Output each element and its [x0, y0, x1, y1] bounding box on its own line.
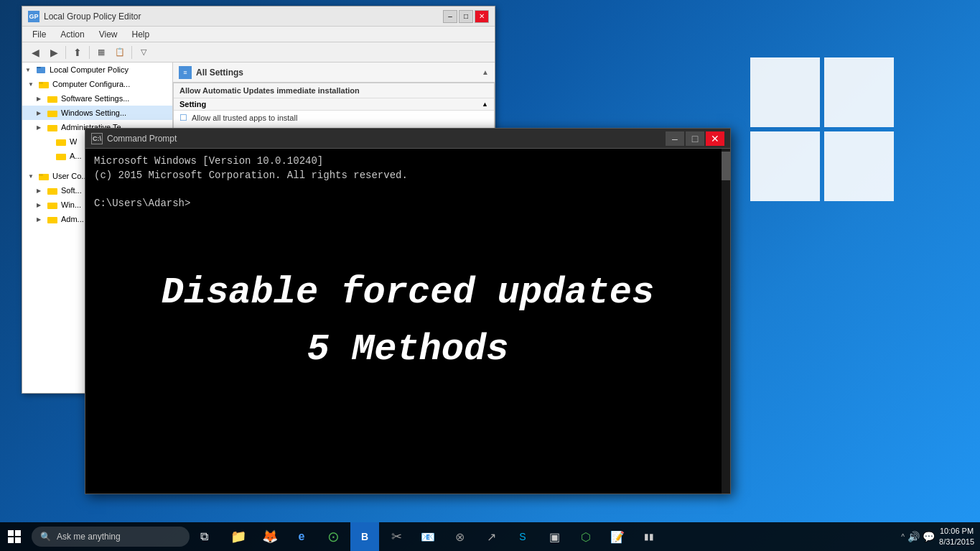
menu-file[interactable]: File [25, 28, 53, 41]
cmd-title-text: Command Prompt [107, 134, 666, 144]
tree-windows-setting-label: Windows Setting... [61, 108, 126, 117]
toolbar-separator-3 [131, 46, 132, 59]
tree-software-settings[interactable]: ▶ Software Settings... [22, 91, 172, 106]
settings-item-1-icon: ☐ [179, 113, 187, 123]
system-tray-icons: ^ 🔊 💬 [901, 531, 935, 542]
computer-config-icon [38, 78, 50, 90]
tree-computer-config-label: Computer Configura... [52, 80, 130, 88]
time-display: 10:06 PM [940, 526, 974, 537]
menu-action[interactable]: Action [53, 28, 91, 41]
tree-computer-config[interactable]: ▼ Computer Configura... [22, 77, 172, 91]
tree-sub2-label: A... [70, 152, 82, 160]
software-arrow: ▶ [37, 96, 45, 102]
taskbar: 🔍 Ask me anything ⧉ 📁 🦊 e ⊙ B ✂ 📧 ⊗ ↗ S … [0, 522, 980, 551]
desktop-background: GP Local Group Policy Editor – □ ✕ File … [0, 0, 980, 551]
scissors-icon[interactable]: ✂ [382, 522, 411, 551]
search-placeholder: Ask me anything [57, 532, 121, 542]
settings-item-1[interactable]: ☐ Allow all trusted apps to install [174, 111, 494, 125]
microphone-icon: 🔍 [40, 532, 51, 542]
tree-sub1-label: W [70, 137, 77, 146]
root-arrow: ▼ [25, 67, 34, 73]
notes-icon[interactable]: 📝 [603, 522, 632, 551]
app-b-icon[interactable]: B [350, 522, 379, 551]
show-hide-button[interactable]: ▦ [93, 45, 110, 60]
menu-bar: File Action View Help [22, 27, 495, 42]
cmd-minimize-button[interactable]: – [666, 131, 684, 146]
cmd-line-2: (c) 2015 Microsoft Corporation. All righ… [94, 169, 722, 183]
maximize-button[interactable]: □ [459, 10, 473, 23]
cmd-maximize-button[interactable]: □ [686, 131, 704, 146]
app-ring-icon[interactable]: ⊗ [445, 522, 474, 551]
computer-config-arrow: ▼ [28, 81, 37, 88]
start-button[interactable] [0, 522, 29, 551]
overlay-line2: 5 Methods [162, 328, 655, 371]
tree-windows-setting[interactable]: ▶ Windows Setting... [22, 106, 172, 120]
cmd-titlebar: C:\ Command Prompt – □ ✕ [85, 129, 730, 149]
cmd-scrollbar[interactable] [722, 149, 730, 494]
firefox-icon[interactable]: 🦊 [256, 522, 284, 551]
sub2-icon [55, 150, 67, 162]
svg-rect-4 [47, 96, 57, 103]
tree-software-label: Software Settings... [61, 94, 129, 103]
properties-button[interactable]: 📋 [111, 45, 129, 60]
network-share-icon[interactable]: ↗ [477, 522, 505, 551]
user-config-icon [38, 170, 50, 182]
search-bar[interactable]: 🔍 Ask me anything [32, 527, 190, 547]
cmd-controls: – □ ✕ [666, 131, 724, 146]
toolbar: ◀ ▶ ⬆ ▦ 📋 ▽ [22, 42, 495, 62]
filter-button[interactable]: ▽ [135, 45, 152, 60]
desktop-win-logo [750, 57, 908, 216]
all-settings-bar[interactable]: ≡ All Settings ▲ [173, 62, 495, 83]
skype-icon[interactable]: S [508, 522, 537, 551]
sort-icon: ▲ [482, 101, 488, 108]
cmd-window: C:\ Command Prompt – □ ✕ Microsoft Windo… [85, 128, 731, 494]
outlook-icon[interactable]: 📧 [414, 522, 442, 551]
colorpicker-icon[interactable]: ⬡ [571, 522, 600, 551]
clock[interactable]: 10:06 PM 8/31/2015 [939, 526, 974, 548]
cmd-scrollbar-thumb[interactable] [722, 152, 730, 180]
photos-icon[interactable]: ▣ [540, 522, 569, 551]
minimize-button[interactable]: – [443, 10, 457, 23]
windows-setting-icon [47, 107, 58, 119]
volume-icon[interactable]: 🔊 [907, 531, 920, 542]
svg-rect-6 [47, 125, 57, 131]
system-tray: ^ 🔊 💬 10:06 PM 8/31/2015 [901, 526, 980, 548]
dropdown-header: Allow Automatic Updates immediate instal… [174, 83, 494, 98]
user-soft-icon [47, 185, 58, 196]
root-icon [35, 64, 47, 75]
close-button[interactable]: ✕ [475, 10, 489, 23]
show-hidden-icons-button[interactable]: ^ [901, 533, 905, 541]
chevron-up-icon: ▲ [482, 68, 489, 76]
tree-user-win-label: Win... [61, 200, 81, 209]
menu-help[interactable]: Help [125, 28, 157, 41]
svg-rect-5 [47, 111, 57, 117]
back-button[interactable]: ◀ [27, 45, 44, 60]
software-icon [47, 93, 58, 104]
cmd-prompt: C:\Users\Adarsh> [94, 197, 722, 211]
menu-view[interactable]: View [92, 28, 125, 41]
notification-icon[interactable]: 💬 [923, 531, 935, 542]
user-adm-arrow: ▶ [37, 216, 45, 223]
windows-setting-arrow: ▶ [37, 110, 45, 116]
user-config-arrow: ▼ [28, 173, 37, 180]
cmd-taskbar-icon[interactable]: ▮▮ [635, 522, 663, 551]
task-view-icon: ⧉ [200, 530, 208, 543]
admin-arrow: ▶ [37, 124, 45, 131]
dropdown-title: Allow Automatic Updates immediate instal… [179, 86, 360, 95]
up-button[interactable]: ⬆ [69, 45, 86, 60]
all-settings-icon: ≡ [179, 66, 192, 79]
tree-root[interactable]: ▼ Local Computer Policy [22, 62, 172, 77]
forward-button[interactable]: ▶ [45, 45, 62, 60]
file-explorer-icon[interactable]: 📁 [224, 522, 253, 551]
cmd-close-button[interactable]: ✕ [706, 131, 724, 146]
svg-rect-1 [37, 67, 41, 68]
svg-rect-3 [39, 82, 43, 84]
svg-rect-12 [47, 203, 57, 209]
task-view-button[interactable]: ⧉ [190, 522, 218, 551]
lgpe-title-icon: GP [28, 11, 39, 22]
edge-icon[interactable]: e [287, 522, 316, 551]
chrome-icon[interactable]: ⊙ [319, 522, 347, 551]
cmd-content: Microsoft Windows [Version 10.0.10240] (… [85, 149, 730, 494]
toolbar-separator-1 [65, 46, 66, 59]
sub1-icon [55, 136, 67, 147]
